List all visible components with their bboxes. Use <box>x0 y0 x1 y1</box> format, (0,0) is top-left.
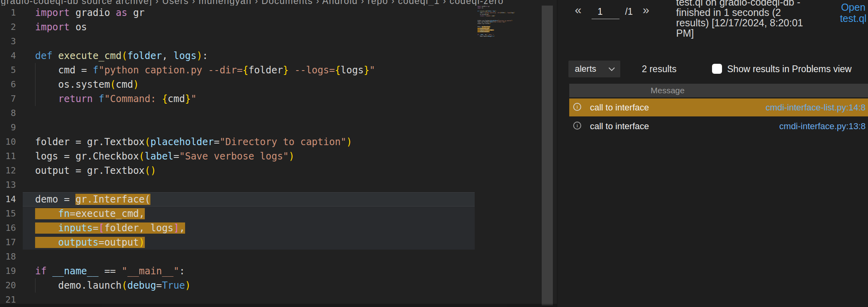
code-text: inputs=[folder, logs], <box>35 221 185 235</box>
line-number[interactable]: 14 <box>0 192 16 207</box>
code-line-11[interactable]: 11logs = gr.Checkbox(label="Save verbose… <box>0 149 557 163</box>
code-text: outputs=output) <box>35 235 145 250</box>
code-line-3[interactable]: 3 <box>0 34 557 49</box>
vscode-window: gradio-codeql-db source archive] › Users… <box>0 0 868 307</box>
line-number[interactable]: 20 <box>0 278 16 293</box>
code-text: os.system(cmd) <box>35 77 139 92</box>
line-number[interactable]: 19 <box>0 264 16 278</box>
line-number[interactable]: 7 <box>0 92 16 106</box>
code-text: demo = gr.Interface( <box>35 192 150 207</box>
code-line-7[interactable]: 7 return f"Command: {cmd}" <box>0 92 557 106</box>
code-text: demo.launch(debug=True) <box>35 278 191 293</box>
code-line-12[interactable]: 12output = gr.Textbox() <box>0 163 557 178</box>
code-lines[interactable]: 1import gradio as gr2import os34def exec… <box>0 6 557 307</box>
result-location-link[interactable]: cmdi-interface-list.py:14:8 <box>765 98 866 116</box>
result-location-link[interactable]: cmdi-interface.py:13:8 <box>779 117 866 135</box>
code-line-14[interactable]: 14demo = gr.Interface( <box>0 192 557 207</box>
line-number[interactable]: 17 <box>0 235 16 250</box>
code-text: logs = gr.Checkbox(label="Save verbose l… <box>35 149 294 163</box>
code-line-20[interactable]: 20 demo.launch(debug=True) <box>0 278 557 293</box>
code-text: return f"Command: {cmd}" <box>35 92 197 106</box>
code-text: folder = gr.Textbox(placeholder="Directo… <box>35 135 352 149</box>
line-number[interactable]: 2 <box>0 20 16 34</box>
code-line-6[interactable]: 6 os.system(cmd) <box>0 77 557 92</box>
line-number[interactable]: 4 <box>0 49 16 63</box>
line-number[interactable]: 5 <box>0 63 16 77</box>
code-line-2[interactable]: 2import os <box>0 20 557 34</box>
breadcrumb-path: gradio-codeql-db source archive] › Users… <box>0 0 557 6</box>
results-table-body: icall to interfacecmdi-interface-list.py… <box>557 0 868 307</box>
line-number[interactable]: 12 <box>0 163 16 178</box>
line-number[interactable]: 9 <box>0 120 16 135</box>
code-text: import os <box>35 20 87 34</box>
breadcrumb[interactable]: gradio-codeql-db source archive] › Users… <box>0 0 557 6</box>
line-number[interactable]: 11 <box>0 149 16 163</box>
result-message: call to interface <box>590 117 649 135</box>
editor-scrollbar[interactable] <box>542 6 553 305</box>
code-line-10[interactable]: 10folder = gr.Textbox(placeholder="Direc… <box>0 135 557 149</box>
code-line-21[interactable]: 21 <box>477 37 541 39</box>
line-number[interactable]: 10 <box>0 135 16 149</box>
line-number[interactable]: 18 <box>0 250 16 264</box>
horizontal-scrollbar-track <box>0 304 557 307</box>
line-number[interactable]: 8 <box>0 106 16 120</box>
result-message: call to interface <box>590 98 649 116</box>
line-number[interactable]: 15 <box>0 207 16 221</box>
code-line-8[interactable]: 8 <box>0 106 557 120</box>
code-line-4[interactable]: 4def execute_cmd(folder, logs): <box>0 49 557 63</box>
code-line-18[interactable]: 18 <box>0 250 557 264</box>
code-line-16[interactable]: 16 inputs=[folder, logs], <box>0 221 557 235</box>
code-text: fn=execute_cmd, <box>35 207 145 221</box>
code-line-19[interactable]: 19if __name__ == "__main__": <box>0 264 557 278</box>
line-number[interactable]: 6 <box>0 77 16 92</box>
info-icon: i <box>573 122 581 130</box>
line-number[interactable]: 3 <box>0 34 16 49</box>
code-text: cmd = f"python caption.py --dir={folder}… <box>35 63 375 77</box>
code-editor: gradio-codeql-db source archive] › Users… <box>0 0 557 307</box>
code-line-15[interactable]: 15 fn=execute_cmd, <box>0 207 557 221</box>
result-row[interactable]: icall to interfacecmdi-interface-list.py… <box>569 98 868 116</box>
codeql-query-results-panel: « 1 /1 » test.ql on gradio-codeql-db - f… <box>557 0 868 307</box>
code-text: output = gr.Textbox() <box>35 163 156 178</box>
result-row[interactable]: icall to interfacecmdi-interface.py:13:8 <box>569 117 868 135</box>
code-text: def execute_cmd(folder, logs): <box>35 49 208 63</box>
code-text: import gradio as gr <box>35 6 145 20</box>
code-line-1[interactable]: 1import gradio as gr <box>0 6 557 20</box>
code-line-9[interactable]: 9 <box>0 120 557 135</box>
line-number[interactable]: 13 <box>0 178 16 192</box>
minimap[interactable]: 1import gradio as gr2import os34def exec… <box>477 6 541 304</box>
minimap-content: 1import gradio as gr2import os34def exec… <box>477 6 541 39</box>
code-line-5[interactable]: 5 cmd = f"python caption.py --dir={folde… <box>0 63 557 77</box>
code-line-13[interactable]: 13 <box>0 178 557 192</box>
code-text: if __name__ == "__main__": <box>35 264 185 278</box>
line-number[interactable]: 16 <box>0 221 16 235</box>
line-number[interactable]: 1 <box>0 6 16 20</box>
code-line-17[interactable]: 17 outputs=output) <box>0 235 557 250</box>
info-icon: i <box>573 103 581 111</box>
